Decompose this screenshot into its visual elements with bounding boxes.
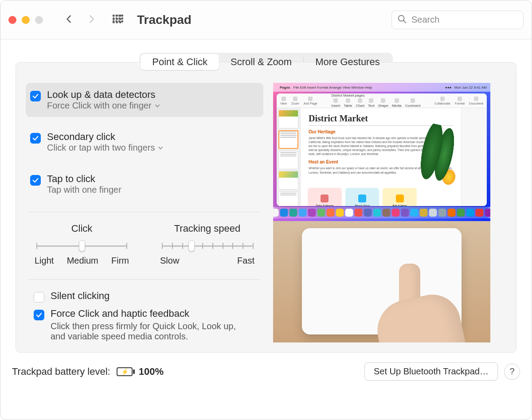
- zoom-window-button[interactable]: [35, 16, 43, 24]
- svg-rect-13: [118, 15, 120, 16]
- help-button[interactable]: ?: [504, 364, 520, 380]
- preview-toolbar-item: Media: [392, 98, 402, 108]
- checkbox-silent-clicking[interactable]: [34, 292, 44, 303]
- forward-button[interactable]: [86, 12, 96, 27]
- option-subtitle-dropdown[interactable]: Force Click with one finger: [47, 101, 160, 111]
- svg-rect-11: [113, 15, 114, 16]
- battery-label: Trackpad battery level:: [12, 366, 110, 377]
- checkbox-force-click[interactable]: [34, 310, 44, 320]
- window-controls: [8, 16, 43, 24]
- option-title: Force Click and haptic feedback: [51, 308, 241, 319]
- preview-toolbar-item: Table: [344, 98, 352, 108]
- svg-rect-19: [113, 20, 114, 22]
- preview-toolbar-item: Document: [469, 97, 483, 105]
- option-title: Secondary click: [47, 131, 164, 143]
- preview-inspector: [461, 108, 487, 206]
- tab-scroll-and-zoom[interactable]: Scroll & Zoom: [219, 54, 303, 70]
- preview-toolbar-item: Shape: [378, 98, 388, 108]
- preview-desktop: Pages File Edit Insert Format Arrange Vi…: [273, 83, 490, 221]
- preview-doc-card: Stock Your: [345, 188, 379, 206]
- preview-doc-page: District Market Our Heritage Janet Mille…: [301, 108, 461, 206]
- option-title: Tap to click: [47, 173, 121, 185]
- option-subtitle-dropdown[interactable]: Click or tap with two fingers: [47, 143, 164, 153]
- tab-label: Scroll & Zoom: [231, 56, 292, 68]
- slider-title: Tracking speed: [160, 223, 254, 234]
- preview-toolbar-item: Format: [455, 97, 465, 105]
- tab-label: Point & Click: [152, 56, 207, 68]
- option-description: Click then press firmly for Quick Look, …: [51, 321, 241, 342]
- show-all-prefs-button[interactable]: [112, 14, 124, 26]
- dock-app-icon: [383, 209, 391, 217]
- option-silent-clicking[interactable]: Silent clicking: [34, 290, 255, 303]
- content-frame: Look up & data detectors Force Click wit…: [16, 62, 516, 353]
- preview-toolbar-item: Chart: [356, 98, 365, 108]
- dock-app-icon: [280, 209, 288, 217]
- page-title: Trackpad: [137, 13, 192, 27]
- tab-point-and-click[interactable]: Point & Click: [141, 54, 219, 70]
- preview-pages-window: ViewZoomAdd Page District Market.pages I…: [277, 93, 487, 206]
- chevron-down-icon: [154, 103, 160, 109]
- svg-rect-22: [121, 20, 123, 22]
- dock-app-icon: [336, 209, 344, 217]
- option-tap-to-click[interactable]: Tap to click Tap with one finger: [26, 167, 263, 201]
- nav-arrows: [64, 12, 96, 27]
- dock-app-icon: [308, 209, 316, 217]
- checkbox-lookup[interactable]: [30, 91, 41, 101]
- svg-rect-14: [121, 15, 123, 16]
- footer: Trackpad battery level: ⚡ 100% Set Up Bl…: [0, 353, 532, 390]
- tracking-slider-knob[interactable]: [188, 240, 195, 252]
- slider-title: Click: [35, 223, 129, 234]
- close-window-button[interactable]: [8, 16, 16, 24]
- svg-line-24: [403, 20, 406, 23]
- svg-rect-16: [116, 17, 117, 19]
- option-force-click[interactable]: Force Click and haptic feedback Click th…: [34, 308, 255, 342]
- setup-bluetooth-trackpad-button[interactable]: Set Up Bluetooth Trackpad…: [364, 362, 498, 381]
- chevron-down-icon: [157, 145, 164, 151]
- preview-trackpad-area: [273, 221, 490, 342]
- dock-app-icon: [438, 209, 446, 217]
- tab-label: More Gestures: [315, 56, 380, 68]
- options-panel: Look up & data detectors Force Click wit…: [16, 83, 273, 352]
- dock-app-icon: [448, 209, 456, 217]
- titlebar: Trackpad: [0, 0, 532, 39]
- preview-toolbar-item: Comment: [405, 98, 421, 108]
- svg-rect-17: [118, 17, 120, 19]
- click-slider-track[interactable]: [35, 241, 129, 251]
- checkbox-tap-to-click[interactable]: [30, 175, 41, 186]
- checkbox-secondary-click[interactable]: [30, 133, 41, 144]
- preview-menubar: Pages File Edit Insert Format Arrange Vi…: [273, 83, 490, 92]
- svg-rect-20: [116, 20, 117, 22]
- minimize-window-button[interactable]: [22, 16, 30, 24]
- svg-rect-21: [118, 20, 120, 22]
- preview-doc-card: Take It Home: [308, 188, 342, 206]
- option-subtitle-text: Tap with one finger: [47, 185, 121, 195]
- dock-app-icon: [485, 209, 491, 217]
- dock-app-icon: [327, 209, 335, 217]
- preview-dock: [273, 207, 490, 218]
- dock-app-icon: [429, 209, 437, 217]
- search-input[interactable]: [411, 15, 524, 25]
- tab-bar: Point & Click Scroll & Zoom More Gesture…: [139, 53, 392, 71]
- slider-label-mid: Medium: [67, 256, 98, 266]
- battery-icon: ⚡: [117, 367, 133, 376]
- dock-app-icon: [373, 209, 381, 217]
- dock-app-icon: [476, 209, 484, 217]
- slider-label-left: Light: [35, 256, 54, 266]
- dock-app-icon: [289, 209, 297, 217]
- slider-label-right: Firm: [111, 256, 129, 266]
- preview-doc-title: District Market.pages: [331, 93, 364, 97]
- dock-app-icon: [364, 209, 372, 217]
- tab-more-gestures[interactable]: More Gestures: [304, 54, 391, 70]
- tracking-slider-track[interactable]: [160, 241, 254, 251]
- option-secondary-click[interactable]: Secondary click Click or tap with two fi…: [26, 125, 263, 159]
- search-field[interactable]: [391, 11, 524, 29]
- lower-options: Silent clicking Force Click and haptic f…: [26, 282, 263, 342]
- svg-rect-15: [113, 17, 114, 19]
- click-slider-knob[interactable]: [79, 240, 85, 252]
- preview-finger: [379, 258, 458, 342]
- option-lookup[interactable]: Look up & data detectors Force Click wit…: [26, 83, 263, 117]
- search-icon: [397, 14, 407, 26]
- sliders-row: Click Light Medium Firm: [26, 215, 263, 268]
- back-button[interactable]: [64, 12, 74, 27]
- dock-app-icon: [317, 209, 325, 217]
